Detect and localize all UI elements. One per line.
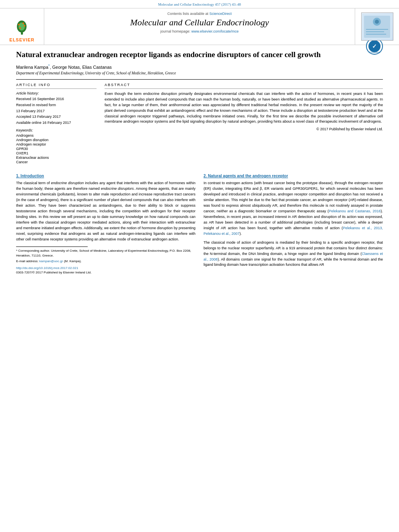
homepage-label: journal homepage: [160,29,191,33]
keyword-7: Cancer [16,160,97,164]
keyword-5: OXER1 [16,151,97,155]
keywords-block: Keywords: Androgens Androgen disruption … [16,128,97,164]
keyword-4: GPR30 [16,147,97,151]
svg-point-4 [24,25,25,27]
svg-point-6 [23,23,24,24]
revised-label: Received in revised form [16,103,97,108]
introduction-text: The classical term of endocrine disrupti… [16,181,195,242]
received-date: Received 16 September 2016 [16,97,97,102]
journal-cover-icon [362,14,392,40]
journal-ref-bar: Molecular and Cellular Endocrinology 457… [0,0,399,8]
keyword-3: Androgen receptor [16,142,97,146]
abstract-title: ABSTRACT [105,83,383,87]
footnote-corresponding: * Corresponding author. University of Cr… [16,249,195,258]
article-title: Natural extranuclear androgen receptor l… [16,50,383,60]
online-date: Available online 16 February 2017 [16,120,97,125]
footnote-divider [16,246,88,247]
info-divider [16,88,97,89]
abstract-text: Even though the term endocrine disruptio… [105,91,383,125]
elsevier-tree-icon [8,18,36,37]
email-person: (M. Kampa). [64,259,82,263]
journal-thumbnail-area [355,8,399,45]
introduction-col: 1. Introduction The classical term of en… [16,174,195,274]
svg-point-3 [18,24,20,25]
header-divider [16,79,383,80]
journal-title: Molecular and Cellular Endocrinology [130,17,269,28]
email-address[interactable]: kampan@uoc.gr [39,259,63,263]
svg-text:CrossMark: CrossMark [368,51,380,53]
natural-agents-text2: The classical mode of action of androgen… [204,240,383,268]
article-body: ✓ CrossMark Natural extranuclear androge… [0,45,399,282]
svg-rect-13 [366,34,386,35]
journal-thumbnail [361,12,393,41]
svg-point-5 [19,27,21,29]
ref-pelekanou-2016[interactable]: Pelekanou and Castanas, 2016 [329,209,380,213]
email-label: E-mail address: [16,259,39,263]
homepage-line: journal homepage: www.elsevier.com/locat… [160,29,239,33]
introduction-heading: 1. Introduction [16,174,195,178]
ref-pelekanou-2013[interactable]: Pelekanou et al., 2013, Pelekanou et al.… [204,226,383,236]
header-area: ELSEVIER Contents lists available at Sci… [0,8,399,45]
ref-claessens-2008[interactable]: Claessens et al., 2008 [204,252,383,261]
authors-line: Marilena Kampa*, George Notas, Elias Cas… [16,64,383,70]
journal-reference: Molecular and Cellular Endocrinology 457… [158,2,241,6]
svg-rect-12 [366,31,384,32]
article-meta-row: ARTICLE INFO Article history: Received 1… [16,83,383,167]
article-history-block: Article history: Received 16 September 2… [16,91,97,125]
history-title: Article history: [16,91,97,95]
keyword-1: Androgens [16,134,97,138]
abstract-divider [105,88,383,89]
revised-date: 13 February 2017 [16,109,97,114]
article-info-col: ARTICLE INFO Article history: Received 1… [16,83,97,167]
journal-header-center: Contents lists available at ScienceDirec… [44,8,355,45]
keywords-title: Keywords: [16,128,97,132]
elsevier-brand-text: ELSEVIER [9,37,34,42]
page-wrapper: Molecular and Cellular Endocrinology 457… [0,0,399,532]
svg-point-10 [375,20,379,24]
authors: Marilena Kampa*, George Notas, Elias Cas… [16,65,112,70]
accepted-date: Accepted 13 February 2017 [16,114,97,119]
abstract-copyright: © 2017 Published by Elsevier Ireland Ltd… [105,127,383,131]
sciencedirect-link[interactable]: ScienceDirect [210,12,232,16]
natural-agents-text1: In contrast to estrogen actions (with br… [204,181,383,236]
keyword-6: Extranuclear actions [16,156,97,160]
natural-agents-col: 2. Natural agents and the androgen recep… [204,174,383,274]
natural-agents-heading: 2. Natural agents and the androgen recep… [204,174,383,178]
homepage-url[interactable]: www.elsevier.com/locate/mce [191,29,239,33]
svg-rect-11 [366,29,388,30]
issn-text: 0303-7207/© 2017 Published by Elsevier I… [16,271,195,274]
sciencedirect-label: Contents lists available at [167,12,208,16]
elsevier-logo-area: ELSEVIER [0,8,44,45]
footnote-email: E-mail address: kampan@uoc.gr (M. Kampa)… [16,259,195,264]
abstract-col: ABSTRACT Even though the term endocrine … [105,83,383,167]
article-info-title: ARTICLE INFO [16,83,97,87]
doi-link[interactable]: http://dx.doi.org/10.1016/j.mce.2017.02.… [16,266,195,270]
main-body-cols: 1. Introduction The classical term of en… [16,174,383,274]
affiliation-line: Department of Experimental Endocrinology… [16,71,383,75]
keyword-2: Androgen disruption [16,138,97,142]
sciencedirect-line: Contents lists available at ScienceDirec… [167,12,232,16]
